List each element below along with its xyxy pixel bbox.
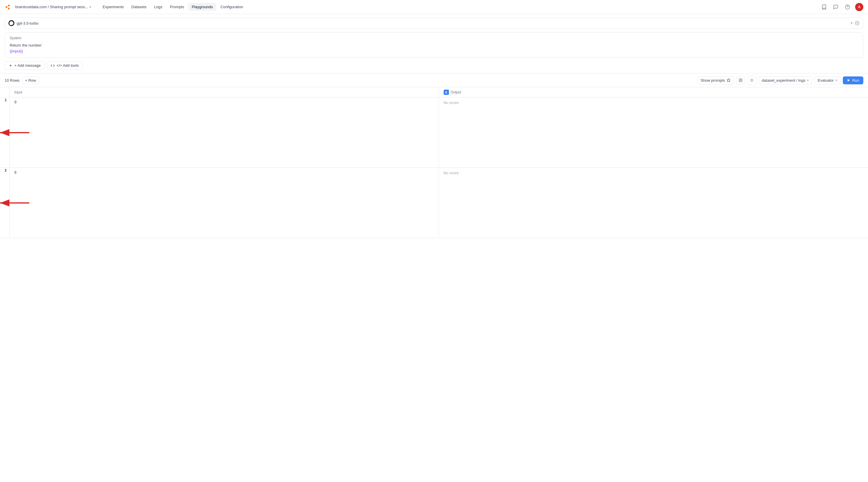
- add-row-button[interactable]: + Row: [22, 77, 39, 84]
- add-message-label: + Add message: [14, 63, 41, 68]
- system-content-line1: Return the number:: [10, 42, 858, 48]
- svg-point-3: [845, 5, 850, 9]
- openai-icon: [8, 20, 14, 26]
- settings-icon: [855, 21, 860, 26]
- action-buttons: + Add message </> Add tools: [5, 61, 863, 70]
- show-prompts-label: Show prompts: [701, 78, 725, 83]
- add-row-label: + Row: [25, 78, 36, 83]
- config-panel: gpt-3.5-turbo ▾ System Return the number…: [0, 14, 868, 73]
- row-1-input[interactable]: 9: [10, 98, 439, 106]
- data-table: Input A Output: [0, 87, 868, 238]
- breadcrumb[interactable]: braintrustdata.com / Sharing prompt sess…: [15, 5, 91, 9]
- svg-rect-12: [741, 81, 742, 82]
- evaluator-chevron-icon: ▾: [836, 78, 837, 82]
- add-message-button[interactable]: + Add message: [5, 61, 44, 70]
- evaluator-button[interactable]: Evaluator ▾: [814, 76, 840, 84]
- svg-point-2: [8, 8, 10, 9]
- svg-rect-10: [741, 79, 742, 80]
- add-tools-button[interactable]: </> Add tools: [47, 61, 83, 70]
- row-2-input[interactable]: 8: [10, 168, 439, 177]
- table-row: 1 9 No score: [0, 98, 868, 168]
- row-number-2: 2: [0, 165, 9, 175]
- list-view-icon[interactable]: [747, 76, 756, 85]
- svg-point-5: [857, 23, 858, 24]
- play-icon: [847, 78, 850, 82]
- run-label: Run: [852, 78, 859, 83]
- dataset-selector-label: dataset_experiment / logs: [762, 78, 805, 83]
- sparkle-icon: [726, 78, 731, 82]
- run-button[interactable]: Run: [843, 76, 863, 84]
- model-name: gpt-3.5-turbo: [17, 21, 38, 26]
- table-container: Input A Output: [0, 87, 868, 482]
- book-icon[interactable]: [820, 3, 828, 11]
- svg-point-0: [6, 6, 7, 8]
- table-row: 2 8 No score: [0, 168, 868, 238]
- add-tools-label: </> Add tools: [57, 63, 79, 68]
- chat-icon[interactable]: [832, 3, 840, 11]
- system-label: System: [10, 36, 858, 40]
- dataset-chevron-icon: ▾: [807, 78, 809, 82]
- data-toolbar: 10 Rows + Row Show prompts: [0, 73, 868, 87]
- model-selector-left: gpt-3.5-turbo: [8, 20, 38, 26]
- main-content: gpt-3.5-turbo ▾ System Return the number…: [0, 14, 868, 482]
- code-icon: [51, 64, 55, 68]
- svg-rect-9: [739, 79, 740, 80]
- input-header: Input: [10, 87, 439, 98]
- model-selector[interactable]: gpt-3.5-turbo ▾: [5, 18, 863, 29]
- svg-marker-16: [848, 79, 850, 82]
- nav-item-configuration[interactable]: Configuration: [217, 3, 247, 11]
- nav-items: Experiments Datasets Logs Prompts Playgr…: [99, 3, 247, 11]
- system-content[interactable]: Return the number: {{input}}: [10, 42, 858, 54]
- avatar[interactable]: A: [855, 3, 863, 11]
- svg-point-1: [8, 5, 10, 6]
- data-panel: 10 Rows + Row Show prompts: [0, 73, 868, 482]
- dataset-selector[interactable]: dataset_experiment / logs ▾: [758, 76, 812, 84]
- nav-item-prompts[interactable]: Prompts: [166, 3, 187, 11]
- data-toolbar-left: 10 Rows + Row: [5, 77, 39, 84]
- svg-rect-11: [739, 81, 740, 82]
- evaluator-label: Evaluator: [818, 78, 834, 83]
- svg-marker-8: [727, 78, 731, 82]
- row-2-no-score: No score: [439, 168, 868, 178]
- row-1-no-score: No score: [439, 98, 868, 108]
- data-toolbar-right: Show prompts datas: [697, 76, 863, 85]
- row-number-header: [0, 87, 10, 98]
- nav-item-experiments[interactable]: Experiments: [99, 3, 127, 11]
- system-block: System Return the number: {{input}}: [5, 32, 863, 58]
- rows-label: 10 Rows: [5, 78, 20, 83]
- app-logo[interactable]: [5, 3, 12, 10]
- plus-icon: [8, 64, 12, 68]
- grid-view-icon[interactable]: [736, 76, 745, 85]
- model-chevron-icon: ▾: [851, 21, 852, 25]
- output-badge: A: [444, 90, 449, 95]
- nav-item-datasets[interactable]: Datasets: [128, 3, 150, 11]
- output-header: A Output: [439, 87, 868, 98]
- breadcrumb-text: braintrustdata.com / Sharing prompt sess…: [15, 5, 88, 9]
- model-selector-right: ▾: [851, 21, 860, 26]
- topnav-right: A: [820, 3, 863, 11]
- template-var: {{input}}: [10, 49, 23, 53]
- nav-item-playgrounds[interactable]: Playgrounds: [188, 3, 216, 11]
- breadcrumb-chevron-icon: ▾: [89, 5, 91, 9]
- show-prompts-button[interactable]: Show prompts: [697, 76, 734, 84]
- nav-item-logs[interactable]: Logs: [151, 3, 166, 11]
- top-nav: braintrustdata.com / Sharing prompt sess…: [0, 0, 868, 14]
- help-icon[interactable]: [843, 3, 851, 11]
